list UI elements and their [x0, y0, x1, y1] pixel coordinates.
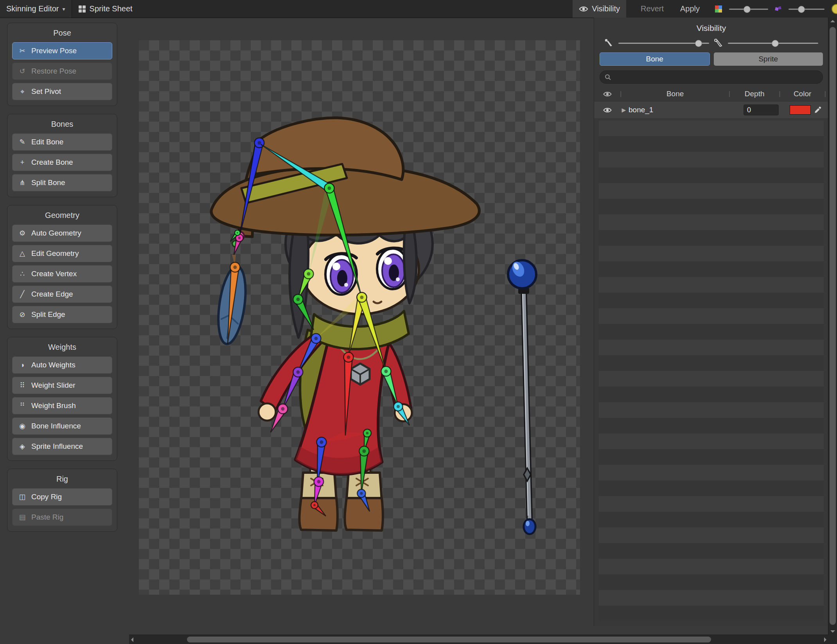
create-edge-icon: ╱ — [17, 290, 27, 299]
menu-label: Skinning Editor — [6, 4, 59, 13]
preview-pose-icon: ✂ — [17, 47, 27, 55]
group-title: Weights — [12, 343, 112, 352]
slider-thumb[interactable] — [798, 6, 805, 13]
skinning-editor-window: Skinning Editor ▾ Sprite Sheet Visibilit… — [0, 0, 837, 644]
edit-bone-icon: ✎ — [17, 138, 27, 146]
vertical-scroll-thumb[interactable] — [830, 27, 836, 625]
tab-bone[interactable]: Bone — [600, 52, 710, 66]
search-icon — [605, 74, 611, 81]
column-color: Color — [781, 90, 824, 98]
horizontal-scroll-thumb[interactable] — [187, 637, 711, 642]
depth-input[interactable] — [744, 104, 779, 115]
restore-pose-icon: ↺ — [17, 67, 27, 76]
scroll-left-arrow[interactable] — [131, 637, 133, 642]
weights-group: Weights ◑ Auto Weights ⠿ Weight Slider ⠛… — [7, 337, 117, 461]
column-depth: Depth — [731, 90, 778, 98]
tool-panel: Pose ✂ Preview Pose ↺ Restore Pose ⌖ Set… — [7, 23, 117, 532]
rig-group: Rig ◫ Copy Rig ▤ Paste Rig — [7, 469, 117, 532]
edit-bone-button[interactable]: ✎ Edit Bone — [12, 133, 112, 151]
copy-rig-icon: ◫ — [17, 493, 27, 501]
create-bone-button[interactable]: + Create Bone — [12, 154, 112, 171]
sprite-influence-icon: ◈ — [17, 442, 27, 451]
auto-weights-button[interactable]: ◑ Auto Weights — [12, 356, 112, 374]
horizontal-scrollbar[interactable] — [129, 635, 828, 644]
group-title: Geometry — [12, 211, 112, 220]
bone-color-swatch[interactable] — [790, 105, 811, 115]
slider-thumb[interactable] — [772, 40, 779, 47]
sprite-canvas[interactable] — [139, 40, 580, 595]
group-title: Rig — [12, 475, 112, 484]
tab-sprite[interactable]: Sprite — [714, 52, 823, 66]
apply-button[interactable]: Apply — [674, 0, 706, 18]
eye-icon — [579, 6, 588, 12]
auto-weights-icon: ◑ — [17, 361, 27, 369]
create-edge-button[interactable]: ╱ Create Edge — [12, 286, 112, 303]
visibility-label: Visibility — [592, 4, 620, 13]
create-vertex-button[interactable]: ∴ Create Vertex — [12, 265, 112, 282]
sprite-sheet-button[interactable]: Sprite Sheet — [72, 0, 139, 18]
mesh-opacity-slider[interactable] — [789, 5, 824, 13]
copy-rig-button[interactable]: ◫ Copy Rig — [12, 488, 112, 505]
scroll-up-arrow[interactable] — [830, 20, 835, 22]
search-box[interactable] — [600, 70, 823, 84]
toolbar: Skinning Editor ▾ Sprite Sheet Visibilit… — [0, 0, 837, 18]
sprite-sheet-icon — [78, 5, 86, 13]
bone-influence-icon: ◉ — [17, 422, 27, 430]
split-bone-icon: ⋔ — [17, 178, 27, 187]
bone-list-empty-rows — [599, 121, 824, 621]
paste-rig-button[interactable]: ▤ Paste Rig — [12, 509, 112, 526]
sprite-opacity-icon — [714, 38, 723, 48]
sprite-sheet-label: Sprite Sheet — [90, 4, 133, 13]
clipped-toolbar-icon — [832, 4, 837, 14]
group-title: Bones — [12, 120, 112, 129]
mesh-color-icon[interactable] — [774, 5, 782, 13]
auto-geometry-icon: ⚙ — [17, 229, 27, 237]
visibility-toggle[interactable]: Visibility — [573, 0, 626, 18]
restore-pose-button[interactable]: ↺ Restore Pose — [12, 63, 112, 80]
revert-button[interactable]: Revert — [634, 0, 670, 18]
scroll-right-arrow[interactable] — [824, 637, 826, 642]
bone-visibility-eye-icon[interactable] — [596, 107, 619, 113]
split-edge-button[interactable]: ⊘ Split Edge — [12, 306, 112, 323]
bone-gizmo-size-slider[interactable] — [729, 5, 768, 13]
sprite-opacity-slider[interactable] — [728, 39, 819, 47]
opacity-sliders — [594, 36, 828, 49]
disclosure-triangle-icon[interactable]: ▶ — [619, 107, 629, 113]
bone-row[interactable]: ▶ bone_1 — [594, 102, 828, 118]
bone-overlay[interactable] — [139, 40, 580, 595]
group-title: Pose — [12, 29, 112, 38]
bones-group: Bones ✎ Edit Bone + Create Bone ⋔ Split … — [7, 114, 117, 197]
split-edge-icon: ⊘ — [17, 310, 27, 319]
set-pivot-button[interactable]: ⌖ Set Pivot — [12, 83, 112, 100]
sprite-influence-button[interactable]: ◈ Sprite Influence — [12, 438, 112, 455]
weight-slider-button[interactable]: ⠿ Weight Slider — [12, 377, 112, 394]
search-input[interactable] — [614, 73, 818, 82]
visibility-panel: Visibility Bone Sprite — [594, 18, 828, 626]
scrollbar-corner — [828, 635, 837, 644]
split-bone-button[interactable]: ⋔ Split Bone — [12, 174, 112, 191]
slider-thumb[interactable] — [744, 6, 751, 13]
scroll-down-arrow[interactable] — [830, 630, 835, 633]
slider-thumb[interactable] — [695, 40, 702, 47]
edit-geometry-icon: △ — [17, 249, 27, 258]
eye-column-icon — [596, 91, 619, 97]
paste-rig-icon: ▤ — [17, 513, 27, 522]
pose-group: Pose ✂ Preview Pose ↺ Restore Pose ⌖ Set… — [7, 23, 117, 106]
vertical-scrollbar[interactable] — [828, 18, 837, 635]
visibility-tabs: Bone Sprite — [594, 49, 828, 66]
preview-pose-button[interactable]: ✂ Preview Pose — [12, 42, 112, 59]
bone-opacity-slider[interactable] — [618, 39, 709, 47]
eyedropper-icon[interactable] — [814, 106, 822, 114]
chevron-down-icon: ▾ — [63, 6, 65, 12]
bone-influence-button[interactable]: ◉ Bone Influence — [12, 417, 112, 435]
weight-brush-button[interactable]: ⠛ Weight Brush — [12, 397, 112, 414]
edit-geometry-button[interactable]: △ Edit Geometry — [12, 245, 112, 262]
auto-geometry-button[interactable]: ⚙ Auto Geometry — [12, 225, 112, 242]
color-grid-icon[interactable] — [714, 5, 723, 13]
weight-brush-icon: ⠛ — [17, 401, 27, 410]
bone-table-header: | Bone | Depth | Color | — [594, 86, 828, 102]
bone-opacity-icon — [604, 38, 614, 48]
create-vertex-icon: ∴ — [17, 270, 27, 278]
column-bone: Bone — [622, 90, 727, 98]
skinning-editor-menu[interactable]: Skinning Editor ▾ — [0, 0, 72, 18]
